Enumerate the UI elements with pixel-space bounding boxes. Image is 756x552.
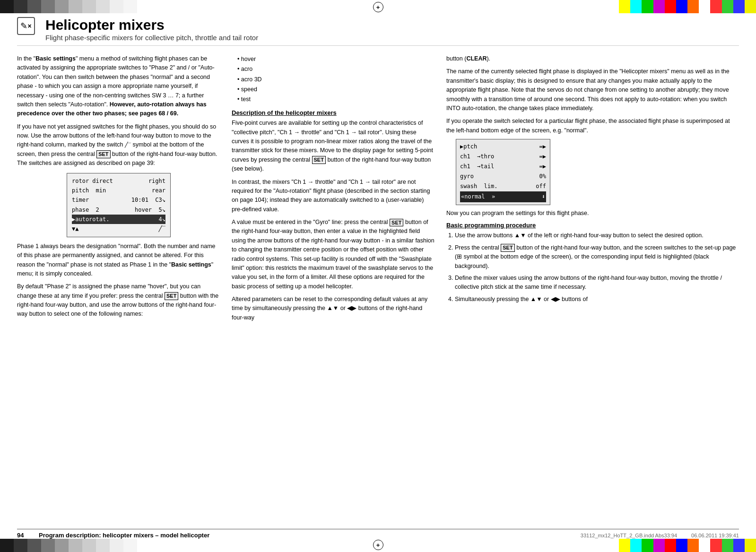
rscreen-row-1: ▶ptch=▶ <box>460 142 546 152</box>
set-badge-3: SET <box>312 156 326 164</box>
color-bar <box>733 0 745 13</box>
middle-p2: In contrast, the mixers "Ch 1 → throttle… <box>232 178 435 215</box>
left-p4: By default "Phase 2" is assigned the pha… <box>17 282 220 319</box>
color-bar <box>722 0 733 13</box>
screen-row-3: timer10:01 C3↘ <box>72 195 165 205</box>
color-bar <box>665 0 676 13</box>
color-bar <box>69 0 82 13</box>
list-item-acro: acro <box>237 64 435 74</box>
set-badge-1: SET <box>96 150 110 158</box>
page-title: Helicopter mixers <box>45 17 258 33</box>
color-bar <box>110 0 123 13</box>
right-screen-mockup: ▶ptch=▶ ch1 →thro=▶ ch1 →tail=▶ gyro0% s… <box>456 139 550 205</box>
rscreen-row-4: gyro0% <box>460 172 546 181</box>
color-bar <box>96 0 110 13</box>
list-item-speed: speed <box>237 85 435 95</box>
step-3: Define the mixer values using the arrow … <box>455 274 739 292</box>
screen-row-5-highlight: ▶autorotat.4↘ <box>72 215 165 224</box>
screen-row-6: ▼▲╱‾ <box>72 224 165 233</box>
footer-meta-right: 06.06.2011 19:39:41 <box>691 533 739 538</box>
middle-column: hover acro acro 3D speed test Descriptio… <box>232 54 435 326</box>
footer-page-number: 94 <box>17 532 30 539</box>
content-columns: In the "Basic settings" menu a method of… <box>17 54 739 326</box>
registration-mark-top: + <box>373 2 383 12</box>
middle-p4: Altered parameters can be reset to the c… <box>232 295 435 322</box>
color-bar <box>676 0 687 13</box>
step-1: Use the arrow buttons ▲▼ of the left or … <box>455 231 739 240</box>
left-p3: Phase 1 always bears the designation "no… <box>17 242 220 279</box>
color-bar <box>687 0 699 13</box>
color-bar <box>27 0 41 13</box>
programming-steps-list: Use the arrow buttons ▲▼ of the left or … <box>446 231 739 304</box>
header-icon: ✎× <box>17 17 35 35</box>
color-bar <box>653 0 665 13</box>
rscreen-row-6-selected: «normal »⬇ <box>460 191 546 202</box>
color-bar <box>0 0 14 13</box>
middle-p1: Five-point curves are available for sett… <box>232 119 435 173</box>
color-bars-top-right <box>619 0 756 13</box>
middle-p3: A value must be entered in the "Gyro" li… <box>232 218 435 291</box>
list-item-hover: hover <box>237 54 435 64</box>
color-bar <box>14 0 27 13</box>
list-item-test: test <box>237 95 435 104</box>
left-column: In the "Basic settings" menu a method of… <box>17 54 220 326</box>
color-bar <box>642 0 653 13</box>
color-bar <box>619 0 630 13</box>
set-badge-4: SET <box>390 219 403 226</box>
color-bar <box>699 0 710 13</box>
section-heading-basic-programming: Basic programming procedure <box>446 222 739 229</box>
header-text: Helicopter mixers Flight phase-specific … <box>45 17 258 42</box>
section-heading-description: Description of the helicopter mixers <box>232 109 435 116</box>
color-bars-top-left <box>0 0 137 13</box>
rscreen-row-5: swash lim.off <box>460 181 546 191</box>
rscreen-row-3: ch1 →tail=▶ <box>460 162 546 172</box>
color-bar <box>710 0 721 13</box>
screen-row-2: pitch minrear <box>72 186 165 195</box>
color-bar <box>55 0 69 13</box>
left-intro-p1: In the "Basic settings" menu a method of… <box>17 54 220 119</box>
step-4: Simultaneously pressing the ▲▼ or ◀▶ but… <box>455 295 739 304</box>
right-column: button (CLEAR). The name of the currentl… <box>446 54 739 326</box>
color-bar <box>745 0 756 13</box>
color-bar <box>41 0 55 13</box>
set-badge-2: SET <box>165 292 178 300</box>
right-p4: Now you can program the settings for thi… <box>446 209 739 218</box>
main-content: ✎× Helicopter mixers Flight phase-specif… <box>17 17 739 535</box>
step-2: Press the central SET button of the righ… <box>455 243 739 271</box>
phase-names-list: hover acro acro 3D speed test <box>232 54 435 104</box>
screen-row-4: phase 2hover 5↘ <box>72 205 165 215</box>
page-header: ✎× Helicopter mixers Flight phase-specif… <box>17 17 739 46</box>
list-item-acro3d: acro 3D <box>237 75 435 85</box>
color-bar <box>630 0 642 13</box>
page-subtitle: Flight phase-specific mixers for collect… <box>45 34 258 42</box>
right-p3: If you operate the switch selected for a… <box>446 117 739 135</box>
footer-description: Program description: helicopter mixers –… <box>39 532 209 539</box>
footer-meta-left: 33112_mx12_HoTT_2_GB.indd Abs33:94 <box>581 533 677 538</box>
color-bar <box>123 0 137 13</box>
left-screen-mockup: rotor directright pitch minrear timer10:… <box>67 173 171 237</box>
color-bars-bottom-right <box>619 539 756 552</box>
set-badge-5: SET <box>501 244 514 251</box>
left-intro-p2: If you have not yet assigned switches fo… <box>17 122 220 168</box>
screen-row-1: rotor directright <box>72 176 165 186</box>
footer: 94 Program description: helicopter mixer… <box>17 529 739 539</box>
right-p1: button (CLEAR). <box>446 54 739 63</box>
header-icon-area: ✎× <box>17 17 39 35</box>
right-p2: The name of the currently selected fligh… <box>446 67 739 113</box>
color-bar <box>82 0 96 13</box>
color-bars-bottom-left <box>0 539 137 552</box>
registration-mark-bottom: + <box>373 540 383 550</box>
rscreen-row-2: ch1 →thro=▶ <box>460 152 546 162</box>
